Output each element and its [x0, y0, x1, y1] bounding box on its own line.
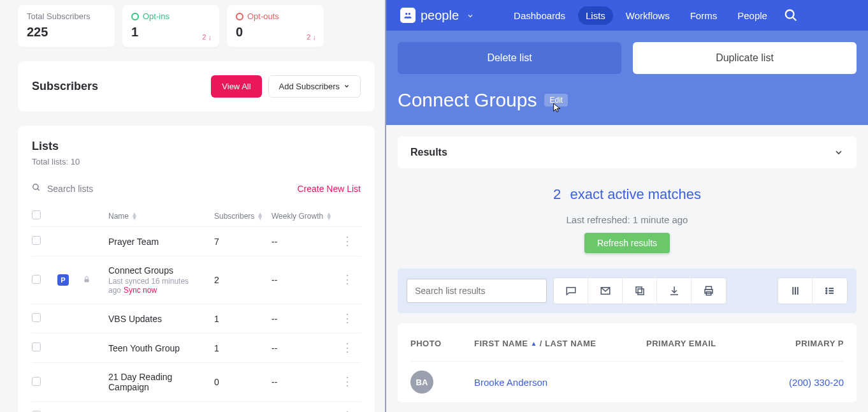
- stat-label: Total Subscribers: [27, 11, 106, 21]
- sort-asc-icon: ▲: [530, 340, 537, 347]
- last-refreshed: Last refreshed: 1 minute ago: [398, 214, 857, 225]
- email-icon[interactable]: [588, 278, 623, 304]
- columns-icon[interactable]: [778, 278, 813, 304]
- row-menu-icon[interactable]: ⋮: [342, 316, 361, 321]
- col-growth-label: Weekly Growth: [271, 212, 323, 221]
- col-growth[interactable]: Weekly Growth ▲▼: [271, 212, 342, 221]
- stat-value: 225: [27, 25, 106, 40]
- nav-tab-dashboards[interactable]: Dashboards: [506, 6, 573, 25]
- results-accordion[interactable]: Results: [398, 136, 857, 168]
- select-all-checkbox[interactable]: [32, 210, 41, 219]
- row-checkbox[interactable]: [32, 236, 41, 245]
- list-row[interactable]: 21 Day Reading Campaign 0 -- ⋮: [32, 362, 361, 401]
- stat-optins: Opt-ins 1 2 ↓: [122, 5, 219, 47]
- list-meta: Last synced 16 minutes agoSync now: [108, 277, 214, 295]
- list-icon[interactable]: [813, 278, 847, 304]
- row-checkbox[interactable]: [32, 377, 41, 386]
- list-actions: Delete list Duplicate list: [386, 31, 868, 85]
- people-row[interactable]: BA Brooke Anderson (200) 330-20: [410, 361, 844, 402]
- col-name[interactable]: Name ▲▼: [108, 212, 214, 221]
- view-all-button[interactable]: View All: [211, 75, 261, 98]
- bulk-actions: [553, 277, 727, 304]
- brand[interactable]: people: [400, 8, 474, 23]
- subscribers-heading: Subscribers: [32, 80, 98, 93]
- sort-icon: ▲▼: [326, 212, 332, 220]
- row-menu-icon[interactable]: ⋮: [342, 239, 361, 244]
- list-row[interactable]: VBS Updates 1 -- ⋮: [32, 304, 361, 333]
- people-logo-icon: [400, 8, 416, 23]
- nav-tab-lists[interactable]: Lists: [578, 6, 613, 25]
- row-checkbox[interactable]: [32, 313, 41, 322]
- avatar: BA: [410, 371, 433, 394]
- col-subscribers[interactable]: Subscribers ▲▼: [214, 212, 271, 221]
- match-count: 2 exact active matches: [398, 186, 857, 203]
- add-subscribers-button[interactable]: Add Subscribers: [268, 75, 361, 98]
- edit-button[interactable]: Edit: [544, 94, 568, 107]
- brand-text: people: [421, 8, 459, 23]
- chevron-down-icon[interactable]: [467, 8, 474, 23]
- view-toggles: [778, 277, 848, 304]
- nav-tab-workflows[interactable]: Workflows: [618, 6, 677, 25]
- refresh-results-button[interactable]: Refresh results: [584, 233, 670, 253]
- list-name: VBS Updates: [108, 314, 214, 324]
- row-menu-icon[interactable]: ⋮: [342, 277, 361, 282]
- nav-tab-forms[interactable]: Forms: [683, 6, 725, 25]
- lock-icon: [83, 276, 90, 285]
- col-phone[interactable]: PRIMARY P: [761, 339, 844, 348]
- search-icon[interactable]: [784, 8, 798, 22]
- svg-line-1: [38, 189, 40, 191]
- list-growth: --: [271, 314, 342, 324]
- delete-list-button[interactable]: Delete list: [398, 42, 621, 74]
- person-phone-link[interactable]: (200) 330-20: [761, 377, 844, 388]
- total-lists: Total lists: 10: [32, 157, 361, 166]
- svg-rect-9: [636, 287, 642, 293]
- list-row[interactable]: Teen Youth Group 1 -- ⋮: [32, 333, 361, 362]
- pco-badge-icon: P: [57, 274, 69, 286]
- circle-icon: [236, 13, 243, 20]
- search-results-input[interactable]: [407, 279, 547, 303]
- row-checkbox[interactable]: [32, 275, 41, 284]
- list-subscribers: 1: [214, 314, 271, 324]
- svg-point-0: [33, 184, 38, 189]
- search-icon: [32, 183, 41, 194]
- search-lists[interactable]: Search lists: [32, 183, 93, 194]
- col-name[interactable]: FIRST NAME ▲ / LAST NAME: [474, 339, 646, 348]
- row-menu-icon[interactable]: ⋮: [342, 346, 361, 350]
- chevron-down-icon: [344, 82, 350, 91]
- person-name-link[interactable]: Brooke Anderson: [474, 377, 646, 388]
- list-name: Prayer Team: [108, 237, 214, 247]
- subscribers-panel: Subscribers View All Add Subscribers: [18, 61, 375, 112]
- svg-point-4: [409, 13, 411, 15]
- col-name-label: Name: [108, 212, 129, 221]
- sync-now-link[interactable]: Sync now: [124, 286, 157, 295]
- list-row[interactable]: Prayer Team 7 -- ⋮: [32, 226, 361, 256]
- search-row: Search lists Create New List: [32, 183, 361, 194]
- col-email[interactable]: PRIMARY EMAIL: [646, 339, 761, 348]
- row-checkbox[interactable]: [32, 342, 41, 351]
- print-icon[interactable]: [691, 278, 726, 304]
- nav-tab-people[interactable]: People: [730, 6, 775, 25]
- copy-icon[interactable]: [623, 278, 657, 304]
- stat-trend: 2 ↓: [202, 33, 212, 41]
- svg-point-19: [826, 293, 827, 294]
- list-title: Connect Groups: [398, 89, 537, 111]
- col-photo: PHOTO: [410, 339, 474, 348]
- row-menu-icon[interactable]: ⋮: [342, 379, 361, 384]
- message-icon[interactable]: [554, 278, 588, 304]
- list-title-row: Connect Groups Edit: [386, 85, 868, 125]
- create-new-list-link[interactable]: Create New List: [297, 184, 361, 194]
- sort-icon: ▲▼: [131, 212, 138, 220]
- match-number: 2: [553, 186, 561, 202]
- download-icon[interactable]: [657, 278, 691, 304]
- list-growth: --: [271, 275, 342, 285]
- list-growth: --: [271, 377, 342, 387]
- match-text: exact active matches: [570, 186, 700, 202]
- list-row[interactable]: P Connect Groups Last synced 16 minutes …: [32, 256, 361, 304]
- chevron-down-icon: [834, 147, 844, 158]
- list-name: Teen Youth Group: [108, 343, 214, 353]
- col-subs-label: Subscribers: [214, 212, 254, 221]
- nav-tabs: DashboardsListsWorkflowsFormsPeople: [506, 6, 775, 25]
- stat-total-subscribers: Total Subscribers 225: [18, 5, 115, 47]
- duplicate-list-button[interactable]: Duplicate list: [633, 42, 857, 74]
- list-row[interactable]: 21 Days for June 0 -- ⋮: [32, 401, 361, 412]
